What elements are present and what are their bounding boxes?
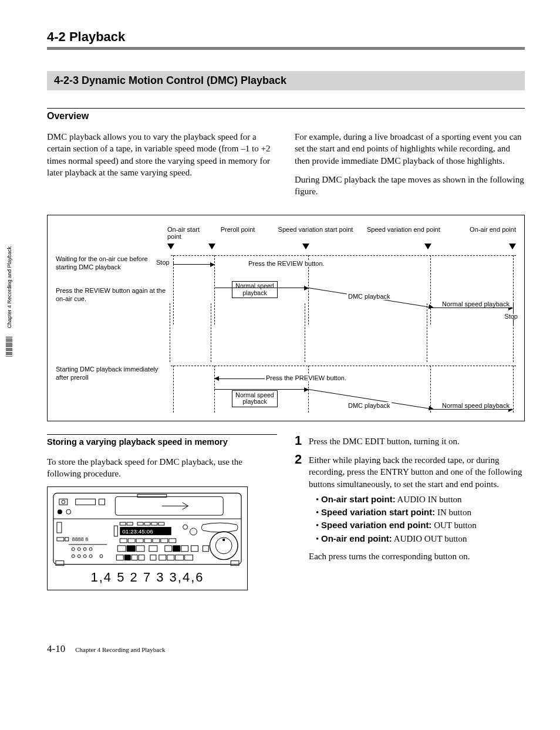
device-illustration: 8888 8 01:23:45:06 (47, 486, 248, 590)
label-onair-start: On-air start point (167, 226, 200, 240)
svg-rect-62 (203, 546, 208, 552)
section-title: 4-2-3 Dynamic Motion Control (DMC) Playb… (54, 75, 286, 86)
triangle-icon (424, 244, 431, 249)
svg-point-22 (100, 555, 103, 557)
step-2-intro: Either while playing back the recorded t… (309, 455, 522, 489)
svg-rect-11 (57, 538, 64, 541)
svg-rect-47 (191, 546, 198, 552)
svg-rect-50 (131, 555, 137, 560)
triangle-icon (509, 244, 516, 249)
svg-point-14 (72, 548, 75, 551)
svg-rect-29 (137, 522, 143, 525)
arrow-head-left (214, 376, 219, 381)
step-number-1: 1 (295, 434, 309, 447)
arrow-line (214, 288, 308, 288)
svg-point-60 (190, 528, 197, 535)
bullet-speed-start: Speed variation start point: IN button (316, 506, 525, 518)
svg-point-7 (58, 509, 62, 514)
svg-rect-53 (159, 555, 166, 560)
overview-rule (47, 108, 525, 109)
svg-rect-35 (136, 539, 143, 543)
svg-point-21 (89, 555, 92, 557)
arrow-line (173, 264, 214, 265)
svg-rect-37 (153, 539, 160, 543)
label-dmc-playback-2: DMC playback (347, 402, 392, 409)
header-rule (47, 47, 525, 50)
svg-rect-63 (56, 561, 64, 566)
vtr-front-panel-svg: 8888 8 01:23:45:06 (51, 491, 244, 567)
diagram-note-waiting: Waiting for the on-air cue before starti… (56, 255, 171, 272)
svg-point-18 (72, 555, 75, 557)
overview-heading: Overview (47, 111, 525, 121)
dmc-diagram: On-air start point Preroll point Speed v… (47, 215, 525, 421)
box-normal-playback: Normal speed playback (232, 281, 278, 298)
step-1-text: Press the DMC EDIT button, turning it on… (309, 434, 525, 447)
svg-rect-32 (158, 522, 164, 525)
svg-rect-28 (127, 522, 133, 525)
svg-point-15 (77, 548, 80, 551)
storing-rule (47, 434, 277, 435)
label-speed-end: Speed variation end point (367, 226, 440, 233)
svg-rect-43 (149, 546, 157, 552)
triangle-icon (208, 244, 215, 249)
svg-text:8888  8: 8888 8 (72, 536, 88, 542)
triangle-icon (167, 244, 174, 249)
svg-rect-54 (167, 555, 174, 560)
svg-rect-41 (127, 546, 135, 552)
storing-heading: Storing a varying playback speed in memo… (47, 437, 277, 447)
svg-rect-27 (120, 522, 126, 525)
svg-rect-6 (99, 499, 105, 505)
box-normal-playback-2: Normal speed playback (232, 390, 278, 407)
vertical-chapter-tab: Chapter 4 Recording and Playback (6, 246, 12, 357)
svg-rect-33 (120, 539, 127, 543)
svg-rect-12 (65, 538, 69, 541)
arrow-line (430, 409, 512, 410)
svg-rect-39 (169, 539, 176, 543)
svg-point-17 (89, 548, 92, 551)
svg-rect-40 (117, 546, 126, 552)
storing-para: To store the playback speed for DMC play… (47, 456, 277, 480)
label-dmc-playback: DMC playback (347, 293, 392, 300)
svg-rect-56 (185, 555, 193, 560)
svg-rect-38 (161, 539, 168, 543)
arrow-line (214, 389, 308, 390)
bullet-speed-end: Speed variation end point: OUT button (316, 519, 525, 531)
label-preroll: Preroll point (221, 226, 255, 233)
tab-hatching (6, 337, 12, 357)
svg-point-16 (83, 548, 86, 551)
diagram-note-start-after-preroll: Starting DMC playback immediately after … (56, 366, 171, 382)
label-stop: Stop (155, 259, 171, 266)
svg-rect-45 (173, 546, 180, 552)
svg-rect-42 (136, 546, 144, 552)
svg-point-20 (83, 555, 86, 557)
svg-rect-49 (124, 555, 130, 560)
overview-para-right-2: During DMC playback the tape moves as sh… (295, 174, 525, 198)
tab-text: Chapter 4 Recording and Playback (6, 246, 12, 329)
page-number: 4-10 (47, 643, 65, 654)
svg-rect-5 (76, 499, 96, 505)
svg-rect-51 (139, 555, 144, 560)
label-onair-end: On-air end point (470, 226, 516, 233)
svg-point-19 (77, 555, 80, 557)
bullet-onair-end: On-air end point: AUDIO OUT button (316, 533, 525, 545)
label-press-review: Press the REVIEW button. (247, 260, 326, 267)
svg-rect-26 (114, 526, 117, 536)
overview-para-right-1: For example, during a live broadcast of … (295, 131, 525, 167)
svg-point-61 (183, 525, 188, 529)
svg-rect-46 (181, 546, 188, 552)
svg-point-57 (210, 532, 238, 560)
chapter-title: 4-2 Playback (47, 29, 525, 45)
svg-point-8 (66, 509, 71, 514)
svg-point-4 (62, 501, 65, 504)
svg-text:01:23:45:06: 01:23:45:06 (122, 528, 153, 535)
bullet-onair-start: On-air start point: AUDIO IN button (316, 494, 525, 505)
step-number-2: 2 (295, 453, 309, 562)
footer-chapter: Chapter 4 Recording and Playback (75, 646, 165, 653)
svg-rect-31 (151, 522, 157, 525)
label-speed-start: Speed variation start point (278, 226, 353, 233)
page-footer: 4-10 Chapter 4 Recording and Playback (47, 643, 525, 655)
label-normal-playback-3: Normal speed playback (441, 402, 511, 409)
label-press-preview: Press the PREVIEW button. (265, 374, 348, 381)
svg-rect-55 (176, 555, 184, 560)
section-title-bar: 4-2-3 Dynamic Motion Control (DMC) Playb… (47, 71, 525, 90)
